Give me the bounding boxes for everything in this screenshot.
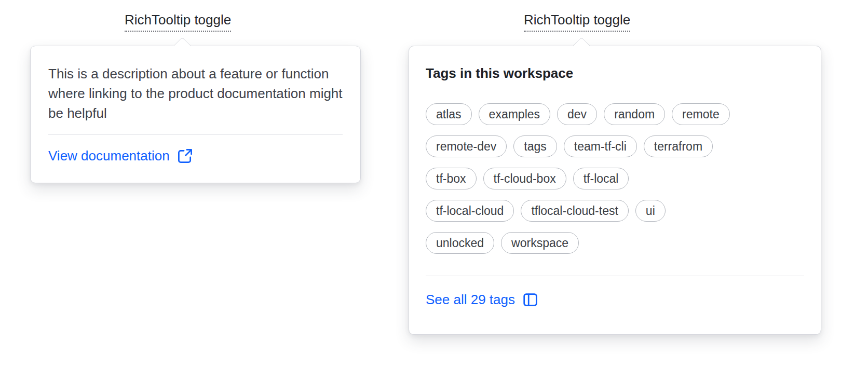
tag-pill: atlas bbox=[426, 103, 472, 125]
tag-pill: random bbox=[604, 103, 665, 125]
divider bbox=[48, 134, 343, 135]
see-all-tags-label: See all 29 tags bbox=[426, 290, 515, 309]
see-all-tags-link[interactable]: See all 29 tags bbox=[426, 290, 538, 309]
tag-row: remote-devtagsteam-tf-cliterrafrom bbox=[426, 135, 804, 157]
tooltip-description: This is a description about a feature or… bbox=[48, 64, 343, 123]
tag-row: tf-local-cloudtflocal-cloud-testui bbox=[426, 200, 804, 222]
tag-pill: tf-local bbox=[573, 168, 629, 189]
divider bbox=[426, 276, 804, 276]
richtooltip-toggle-left[interactable]: RichTooltip toggle bbox=[125, 11, 231, 32]
tag-pill: tf-cloud-box bbox=[483, 168, 566, 189]
tag-pill: terrafrom bbox=[644, 135, 713, 157]
richtooltip-popover-right: Tags in this workspace atlasexamplesdevr… bbox=[409, 46, 821, 335]
tag-pill: tflocal-cloud-test bbox=[521, 200, 628, 222]
richtooltip-toggle-right[interactable]: RichTooltip toggle bbox=[524, 11, 630, 32]
tag-row: unlockedworkspace bbox=[426, 232, 804, 254]
tag-pill: unlocked bbox=[426, 232, 494, 254]
tag-pill: examples bbox=[479, 103, 550, 125]
richtooltip-popover-left: This is a description about a feature or… bbox=[30, 46, 361, 183]
rich-tooltip-demo-page: RichTooltip toggle This is a description… bbox=[0, 0, 868, 381]
view-documentation-link[interactable]: View documentation bbox=[48, 146, 193, 165]
tag-pill: ui bbox=[635, 200, 666, 222]
tag-pill: dev bbox=[557, 103, 597, 125]
tag-pill: remote bbox=[672, 103, 730, 125]
external-link-icon bbox=[177, 148, 193, 164]
tags-title: Tags in this workspace bbox=[426, 64, 804, 83]
tag-pill: tf-local-cloud bbox=[426, 200, 514, 222]
tag-row: tf-boxtf-cloud-boxtf-local bbox=[426, 168, 804, 189]
tag-pill: tf-box bbox=[426, 168, 477, 189]
view-documentation-label: View documentation bbox=[48, 146, 170, 165]
tag-pill: remote-dev bbox=[426, 135, 507, 157]
tooltip-arrow-left bbox=[173, 37, 191, 55]
tag-list: atlasexamplesdevrandomremoteremote-devta… bbox=[426, 103, 804, 254]
sidebar-icon bbox=[522, 292, 538, 308]
tooltip-arrow-right bbox=[573, 37, 590, 55]
tag-row: atlasexamplesdevrandomremote bbox=[426, 103, 804, 125]
tag-pill: tags bbox=[513, 135, 557, 157]
tag-pill: workspace bbox=[501, 232, 579, 254]
tag-pill: team-tf-cli bbox=[564, 135, 637, 157]
